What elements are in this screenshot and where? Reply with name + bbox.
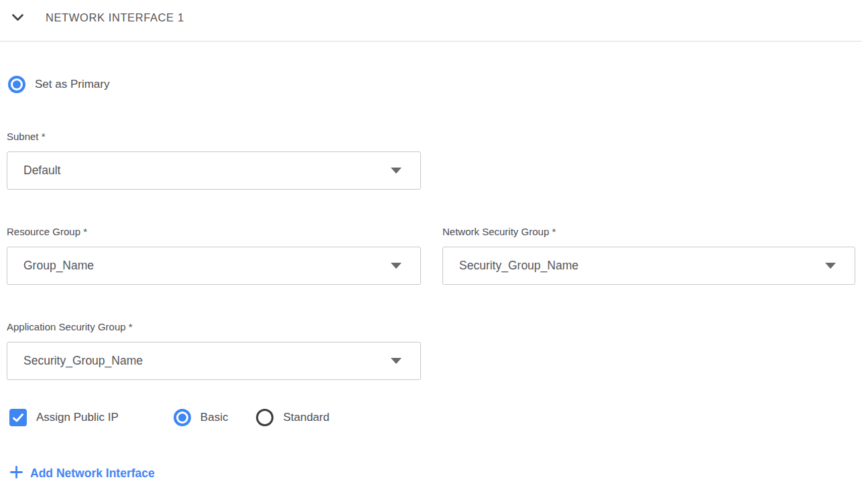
caret-down-icon <box>825 263 836 269</box>
section-header-network-interface-1[interactable]: NETWORK INTERFACE 1 <box>0 0 862 25</box>
radio-unselected-icon[interactable] <box>256 409 273 426</box>
application-security-group-dropdown[interactable]: Security_Group_Name <box>7 342 421 380</box>
plus-icon <box>10 466 23 481</box>
network-security-group-label: Network Security Group * <box>442 226 855 237</box>
checkbox-checked-icon[interactable] <box>9 409 27 426</box>
resource-group-label: Resource Group * <box>7 226 421 237</box>
assign-public-ip-label: Assign Public IP <box>36 411 119 424</box>
application-security-group-label: Application Security Group * <box>7 321 862 332</box>
resource-group-value: Group_Name <box>23 259 94 273</box>
section-title: NETWORK INTERFACE 1 <box>46 11 184 24</box>
ip-sku-basic-label: Basic <box>200 411 229 424</box>
network-security-group-dropdown[interactable]: Security_Group_Name <box>442 247 855 285</box>
add-network-interface-label: Add Network Interface <box>30 466 155 481</box>
chevron-down-icon[interactable] <box>12 14 24 21</box>
caret-down-icon <box>391 168 402 174</box>
application-security-group-field: Application Security Group * Security_Gr… <box>7 321 862 380</box>
ip-sku-standard-radio[interactable]: Standard <box>256 409 329 426</box>
public-ip-options-row: Assign Public IP Basic Standard <box>9 409 862 426</box>
group-row: Resource Group * Group_Name Network Secu… <box>7 226 862 285</box>
network-interface-form: NETWORK INTERFACE 1 Set as Primary Subne… <box>0 0 862 504</box>
subnet-label: Subnet * <box>7 131 862 142</box>
set-as-primary-radio[interactable]: Set as Primary <box>8 76 862 93</box>
caret-down-icon <box>391 263 402 269</box>
network-security-group-value: Security_Group_Name <box>459 259 578 273</box>
section-divider <box>0 41 862 42</box>
resource-group-field: Resource Group * Group_Name <box>7 226 421 285</box>
ip-sku-standard-label: Standard <box>283 411 329 424</box>
radio-selected-icon[interactable] <box>8 76 25 93</box>
network-security-group-field: Network Security Group * Security_Group_… <box>442 226 855 285</box>
assign-public-ip-checkbox[interactable]: Assign Public IP <box>9 409 119 426</box>
subnet-value: Default <box>23 164 60 178</box>
application-security-group-value: Security_Group_Name <box>23 354 143 368</box>
subnet-dropdown[interactable]: Default <box>7 151 421 190</box>
resource-group-dropdown[interactable]: Group_Name <box>7 247 421 285</box>
add-network-interface-link[interactable]: Add Network Interface <box>10 466 155 481</box>
subnet-field: Subnet * Default <box>7 131 862 190</box>
radio-selected-icon[interactable] <box>174 409 191 426</box>
ip-sku-basic-radio[interactable]: Basic <box>174 409 229 426</box>
set-as-primary-label: Set as Primary <box>35 78 109 91</box>
caret-down-icon <box>391 358 402 364</box>
